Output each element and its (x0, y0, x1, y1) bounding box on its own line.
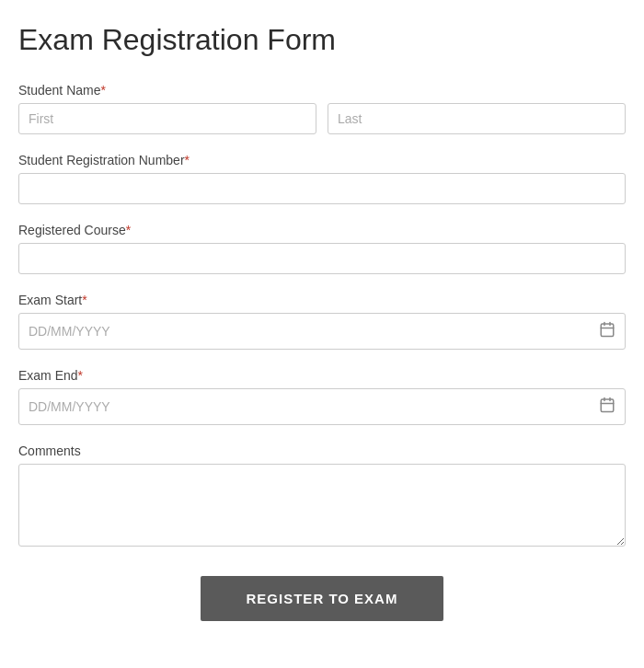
student-name-group: Student Name* (18, 83, 626, 134)
exam-end-calendar-icon[interactable] (590, 389, 625, 424)
student-registration-group: Student Registration Number* (18, 153, 626, 204)
exam-start-group: Exam Start* (18, 293, 626, 350)
required-star-5: * (78, 368, 83, 383)
registered-course-group: Registered Course* (18, 223, 626, 274)
name-row (18, 103, 626, 134)
student-registration-input[interactable] (18, 173, 626, 204)
page-title: Exam Registration Form (18, 23, 626, 57)
comments-group: Comments (18, 443, 626, 550)
comments-textarea[interactable] (18, 464, 626, 547)
required-star-2: * (185, 153, 190, 167)
registered-course-label: Registered Course* (18, 223, 626, 237)
exam-end-date-wrapper (18, 388, 626, 425)
required-star-3: * (126, 223, 131, 237)
required-star-4: * (82, 293, 86, 307)
student-name-label: Student Name* (18, 83, 626, 98)
registered-course-input[interactable] (18, 243, 626, 274)
exam-end-group: Exam End* (18, 368, 626, 425)
first-name-input[interactable] (18, 103, 316, 134)
exam-start-date-wrapper (18, 313, 626, 350)
register-button[interactable]: REGISTER TO EXAM (201, 576, 444, 621)
exam-end-label: Exam End* (18, 368, 626, 383)
exam-end-date-input[interactable] (19, 392, 590, 421)
register-button-wrapper: REGISTER TO EXAM (18, 576, 626, 621)
exam-start-label: Exam Start* (18, 293, 626, 307)
exam-start-calendar-icon[interactable] (590, 314, 625, 349)
last-name-input[interactable] (328, 103, 626, 134)
student-registration-label: Student Registration Number* (18, 153, 626, 167)
required-star: * (101, 83, 106, 98)
comments-label: Comments (18, 443, 626, 458)
exam-start-date-input[interactable] (19, 317, 590, 346)
svg-rect-4 (601, 399, 614, 412)
svg-rect-0 (601, 324, 614, 337)
